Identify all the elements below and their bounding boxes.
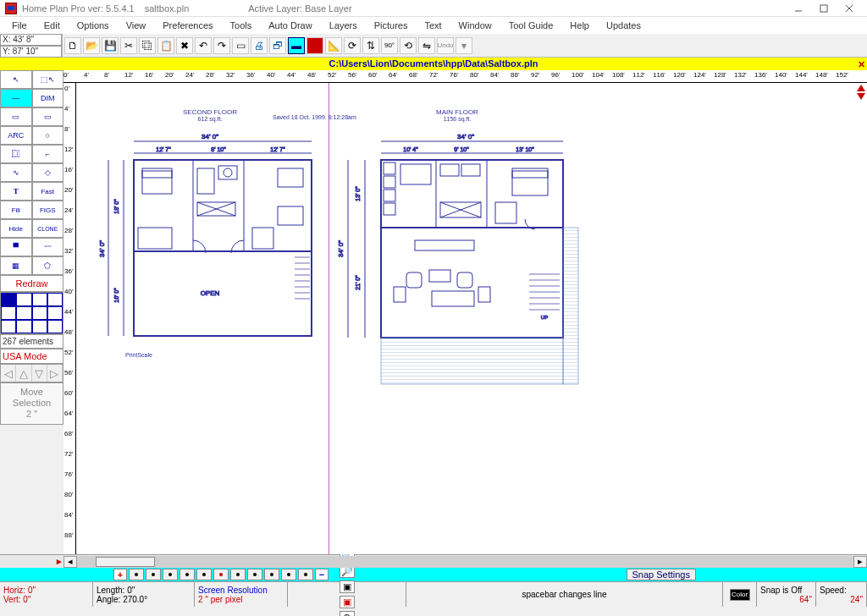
mini-map[interactable] [0,292,64,334]
door-tool[interactable]: ⌐ [32,145,64,163]
snap-dot-10[interactable] [298,569,313,580]
minimize-button[interactable] [786,1,811,16]
drawing-canvas[interactable]: Saved 18 Oct. 1999. 8:12:28am SECOND FLO… [76,83,867,554]
menu-tools[interactable]: Tools [222,19,261,32]
snap-dot-7[interactable] [247,569,262,580]
fasttext-tool[interactable]: Fast [32,182,64,201]
snap-dot-red[interactable] [213,569,229,580]
snap-plus-icon[interactable]: + [113,569,127,580]
scroll-down-icon[interactable] [857,93,865,100]
stairs-tool[interactable]: ▀ [0,238,32,256]
menu-options[interactable]: Options [69,19,118,32]
figs-tool[interactable]: FIGS [32,201,64,219]
nudge-left-icon[interactable]: ◁ [1,365,16,382]
snap-dot-2[interactable] [146,569,161,580]
snap-dot-4[interactable] [179,569,195,580]
freehand-tool[interactable]: 〰 [32,238,64,256]
circle-tool[interactable]: ○ [32,126,64,145]
menu-edit[interactable]: Edit [36,19,69,32]
usa-mode[interactable]: USA Mode [0,349,64,364]
select-rect-icon[interactable]: ▭ [232,37,249,54]
cut-icon[interactable]: ✂ [120,37,137,54]
open-icon[interactable]: 📂 [83,37,100,54]
preview-icon[interactable]: 🗗 [269,37,286,54]
snap-dot-8[interactable] [264,569,279,580]
mirror-icon[interactable]: ⇋ [418,37,435,54]
menu-autodraw[interactable]: Auto Draw [260,19,320,32]
menu-layers[interactable]: Layers [321,19,366,32]
status-speed[interactable]: Speed: 24" [816,582,867,607]
dim-tool[interactable]: DIM [32,89,64,107]
line-style-icon[interactable]: ▬ [288,37,305,54]
curve-tool[interactable]: ∿ [0,163,32,182]
copy-icon[interactable]: ⿻ [139,37,156,54]
close-button[interactable] [837,1,862,16]
fill-tool[interactable]: Fill [0,201,32,219]
more-icon[interactable]: ▾ [456,37,472,54]
main-toolbar: 🗋 📂 💾 ✂ ⿻ 📋 ✖ ↶ ↷ ▭ 🖨 🗗 ▬ 📐 ⟳ ⇅ 90° ⟲ ⇋ … [63,34,867,58]
rotate90-icon[interactable]: 90° [381,37,398,54]
text-tool[interactable]: T [0,182,32,201]
snap-settings-button[interactable]: Snap Settings [627,569,697,580]
rotate-icon[interactable]: ⟲ [400,37,417,54]
snap-minus-icon[interactable]: − [315,569,329,580]
undo-text-icon[interactable]: Undo [437,37,454,54]
nudge-right-icon[interactable]: ▷ [47,365,63,382]
hide-tool[interactable]: Hide [0,219,32,238]
snap-dot-5[interactable] [196,569,212,580]
color-icon[interactable] [306,37,323,54]
measure-icon[interactable]: 📐 [325,37,342,54]
menu-view[interactable]: View [118,19,155,32]
zoom-extents-icon[interactable]: ▣ [340,596,355,608]
maximize-button[interactable] [811,1,837,16]
hatch-tool[interactable]: ▦ [0,256,32,275]
menu-file[interactable]: File [3,19,36,32]
snap-dot-1[interactable] [129,569,144,580]
save-icon[interactable]: 💾 [102,37,119,54]
scroll-up-icon[interactable] [857,85,865,91]
flip-icon[interactable]: ⇅ [362,37,379,54]
svg-rect-54 [440,164,459,176]
undo-icon[interactable]: ↶ [195,37,212,54]
nudge-down-icon[interactable]: ▽ [32,365,47,382]
menu-window[interactable]: Window [450,19,500,32]
poly-tool[interactable]: ◇ [32,163,64,182]
paste-icon[interactable]: 📋 [157,37,174,54]
menu-help[interactable]: Help [561,19,598,32]
clone-tool[interactable]: CLONE [32,219,64,238]
rect2-tool[interactable]: ▭ [32,107,64,126]
scroll-left-icon[interactable]: ▸ [57,556,62,567]
move-selection[interactable]: Move Selection 2 " [0,382,64,425]
redraw-button[interactable]: Redraw [0,275,64,292]
snap-dot-9[interactable] [281,569,296,580]
menu-toolguide[interactable]: Tool Guide [500,19,562,32]
h-scrollbar[interactable]: ▸ ◂ ▸ [0,554,867,568]
nudge-up-icon[interactable]: △ [16,365,31,382]
new-icon[interactable]: 🗋 [64,37,81,54]
select-tool[interactable]: ⬚↖ [32,70,64,89]
bay-tool[interactable]: ⬠ [32,256,64,275]
scroll-left-button[interactable]: ◂ [64,556,77,568]
menu-text[interactable]: Text [416,19,450,32]
scroll-right-button[interactable]: ▸ [853,556,867,568]
wall-tool[interactable]: ⿴ [0,145,32,163]
rect-tool[interactable]: ▭ [0,107,32,126]
arc-tool[interactable]: ARC [0,126,32,145]
delete-icon[interactable]: ✖ [176,37,193,54]
line-tool[interactable]: ― [0,89,32,107]
zoom-prev-icon[interactable]: ⊕ [340,611,355,616]
scroll-thumb[interactable] [96,557,155,567]
pointer-tool[interactable]: ↖ [0,70,32,89]
snap-dot-3[interactable] [163,569,178,580]
menu-pictures[interactable]: Pictures [366,19,417,32]
redo-icon[interactable]: ↷ [213,37,230,54]
snap-dot-6[interactable] [230,569,246,580]
status-snap[interactable]: Snap is Off 64" [757,582,816,607]
status-color[interactable]: Color [723,582,757,607]
refresh-icon[interactable]: ⟳ [344,37,361,54]
zoom-window-icon[interactable]: ▣ [340,580,355,593]
menu-preferences[interactable]: Preferences [154,19,221,32]
pathbar-close-icon[interactable]: ✕ [858,58,865,71]
print-icon[interactable]: 🖨 [251,37,268,54]
menu-updates[interactable]: Updates [598,19,649,32]
